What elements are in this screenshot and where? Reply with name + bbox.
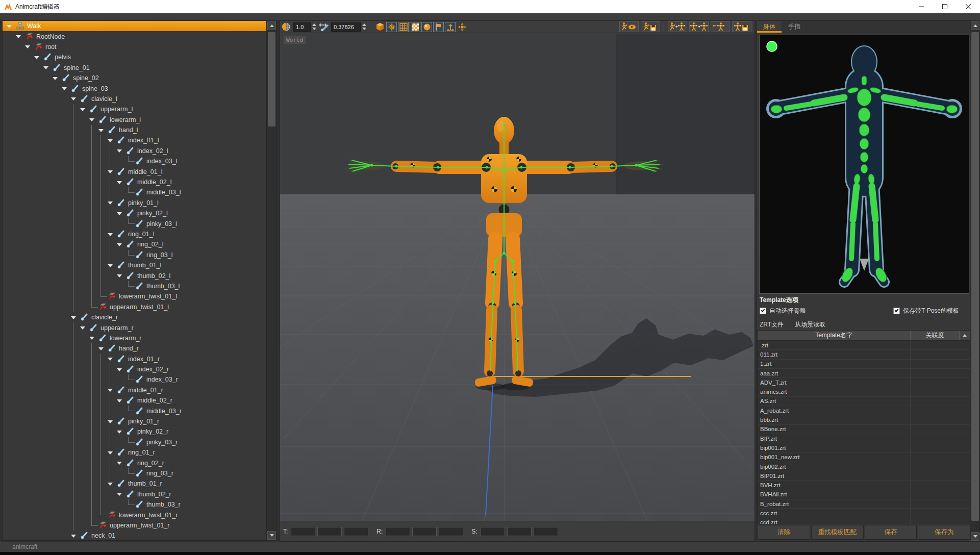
body-diagram[interactable] (759, 35, 969, 294)
panel-scroll-up[interactable] (971, 21, 979, 30)
light-icon[interactable] (421, 22, 432, 32)
viewport-3d[interactable]: 1.0 0.37826 (280, 20, 755, 542)
template-row-bip001_new.zrt[interactable]: bip001_new.zrt (758, 453, 970, 462)
panel-scroll-down[interactable] (971, 532, 979, 541)
tree-item-hand_r[interactable]: hand_r (3, 343, 266, 354)
template-row-1.zrt[interactable]: 1.zrt (758, 360, 970, 369)
tree-item-pinky_03_r[interactable]: pinky_03_r (3, 437, 266, 447)
expander-icon[interactable] (108, 451, 113, 455)
expander-icon[interactable] (117, 243, 122, 246)
spinner-up-icon[interactable] (312, 23, 316, 26)
preview-animation-icon[interactable] (619, 21, 639, 32)
template-row-ccc.zrt[interactable]: ccc.zrt (758, 509, 970, 518)
translate-y-input[interactable] (317, 527, 342, 536)
tree-item-spine_02[interactable]: spine_02 (3, 73, 266, 83)
template-row-.zrt[interactable]: .zrt (758, 341, 970, 350)
template-row-animcs.zrt[interactable]: animcs.zrt (758, 387, 970, 396)
translate-x-input[interactable] (291, 527, 315, 536)
maximize-button[interactable] (933, 0, 957, 13)
save-tpose-template-checkbox[interactable]: 保存带T-Pose的模板 (893, 307, 959, 315)
expander-icon[interactable] (108, 201, 113, 205)
scale-z-input[interactable] (534, 527, 558, 536)
expander-icon[interactable] (108, 233, 113, 236)
tree-item-thumb_01_r[interactable]: thumb_01_r (3, 478, 266, 489)
tree-item-ring_02_r[interactable]: ring_02_r (3, 458, 266, 468)
expander-icon[interactable] (25, 45, 30, 48)
tree-item-root[interactable]: root (3, 42, 266, 52)
tab-body[interactable]: 身体 (757, 21, 782, 33)
panel-scroll-thumb[interactable] (971, 32, 979, 521)
tab-fingers[interactable]: 手指 (782, 21, 807, 33)
template-row-bbb.zrt[interactable]: bbb.zrt (758, 415, 970, 424)
expander-icon[interactable] (117, 493, 122, 496)
tree-item-pinky_02_r[interactable]: pinky_02_r (3, 426, 266, 437)
tree-item-thumb_02_l[interactable]: thumb_02_l (3, 270, 266, 281)
tree-item-thumb_02_r[interactable]: thumb_02_r (3, 489, 266, 499)
save-tpose-icon[interactable] (732, 21, 751, 32)
expander-icon[interactable] (108, 170, 113, 173)
tree-item-middle_02_r[interactable]: middle_02_r (3, 395, 266, 406)
expander-icon[interactable] (98, 129, 104, 132)
tree-item-lowerarm_r[interactable]: lowerarm_r (3, 333, 266, 343)
expander-icon[interactable] (108, 139, 113, 142)
rotate-y-input[interactable] (412, 527, 437, 536)
table-scroll-up[interactable] (960, 331, 970, 340)
rematch-template-button[interactable]: 重找模板匹配 (811, 525, 864, 540)
template-row-bip001.zrt[interactable]: bip001.zrt (758, 443, 970, 452)
spinner-down-icon[interactable] (362, 28, 366, 30)
expander-icon[interactable] (71, 97, 76, 100)
tree-item-upperarm_twist_01_l[interactable]: upperarm_twist_01_l (3, 302, 266, 312)
cube-icon[interactable] (374, 22, 385, 32)
column-template-name[interactable]: Template名字 (758, 331, 911, 340)
tree-item-neck_01[interactable]: neck_01 (3, 531, 266, 540)
translate-z-input[interactable] (344, 527, 368, 536)
minimize-button[interactable] (910, 0, 933, 13)
checkbox-icon[interactable] (893, 308, 900, 314)
tree-item-lowerarm_twist_01_l[interactable]: lowerarm_twist_01_l (3, 291, 266, 301)
tree-item-ring_01_l[interactable]: ring_01_l (3, 229, 266, 239)
expander-icon[interactable] (108, 483, 113, 486)
template-row-ADV_T.zrt[interactable]: ADV_T.zrt (758, 378, 970, 387)
template-row-BBone.zrt[interactable]: BBone.zrt (758, 425, 970, 434)
expander-icon[interactable] (108, 358, 113, 361)
expander-icon[interactable] (89, 337, 94, 340)
xray-sphere-icon[interactable] (281, 22, 291, 32)
apply-tpose-icon[interactable] (711, 21, 730, 32)
tree-item-ring_03_l[interactable]: ring_03_l (3, 250, 266, 260)
joint-axis-icon[interactable] (386, 22, 397, 32)
template-row-BIP.zrt[interactable]: BIP.zrt (758, 434, 970, 443)
expander-icon[interactable] (34, 56, 39, 59)
panel-scrollbar[interactable] (970, 21, 979, 541)
tree-item-upperarm_r[interactable]: upperarm_r (3, 322, 266, 333)
tree-item-pelvis[interactable]: pelvis (3, 52, 266, 62)
expander-icon[interactable] (117, 431, 122, 434)
viewport-canvas[interactable]: World (280, 34, 755, 521)
tree-item-thumb_01_l[interactable]: thumb_01_l (3, 260, 266, 270)
expander-icon[interactable] (7, 25, 12, 28)
read-from-scene-label[interactable]: 从场景读取 (795, 320, 825, 329)
grid-icon[interactable] (398, 22, 409, 32)
retarget-animation-icon[interactable] (668, 21, 687, 32)
scale-x-input[interactable] (481, 527, 505, 536)
save-animation-icon[interactable] (641, 21, 660, 32)
template-row-AS.zrt[interactable]: AS.zrt (758, 397, 970, 406)
expander-icon[interactable] (80, 108, 85, 111)
tree-item-Walk[interactable]: Walk (3, 21, 266, 31)
tree-item-pinky_01_r[interactable]: pinky_01_r (3, 416, 266, 426)
template-row-B_robat.zrt[interactable]: B_robat.zrt (758, 499, 970, 509)
template-row-A_robat.zrt[interactable]: A_robat.zrt (758, 406, 970, 415)
expander-icon[interactable] (117, 462, 122, 465)
template-row-BVH.zrt[interactable]: BVH.zrt (758, 481, 970, 490)
tree-item-index_01_r[interactable]: index_01_r (3, 354, 266, 364)
tree-item-index_02_r[interactable]: index_02_r (3, 364, 266, 374)
bone-pen-icon[interactable] (318, 22, 329, 32)
tree-scroll-up[interactable] (267, 21, 276, 30)
rotate-x-input[interactable] (386, 527, 410, 536)
tree-item-index_01_l[interactable]: index_01_l (3, 135, 266, 145)
tree-item-index_03_r[interactable]: index_03_r (3, 374, 266, 385)
checker-icon[interactable] (410, 22, 420, 32)
scale-spinner[interactable]: 1.0 (293, 22, 311, 32)
tree-item-clavicle_r[interactable]: clavicle_r (3, 312, 266, 322)
tree-item-pinky_01_l[interactable]: pinky_01_l (3, 198, 266, 208)
speed-spinner[interactable]: 0.37826 (331, 22, 361, 32)
